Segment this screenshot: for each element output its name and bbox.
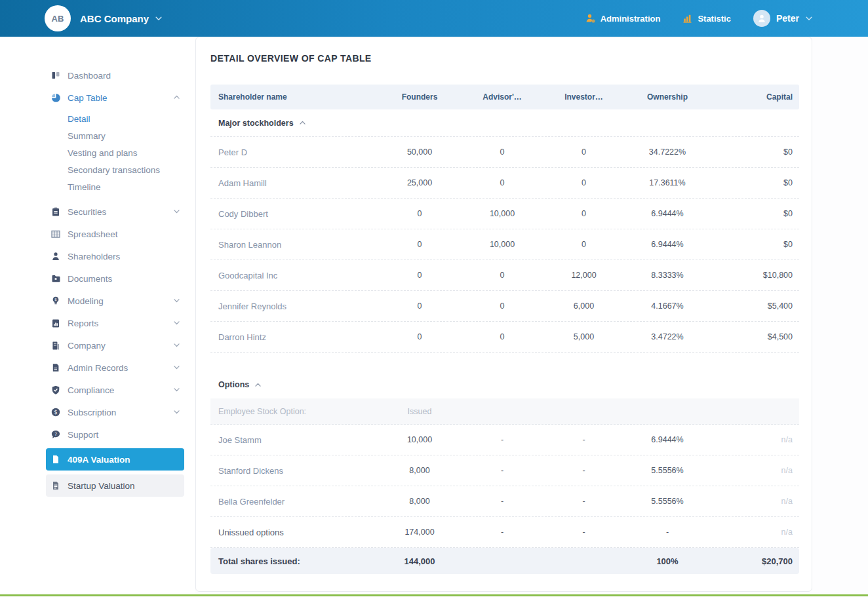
documents-icon bbox=[51, 274, 60, 283]
cell-value: $4,500 bbox=[710, 332, 799, 341]
column-header-2: Advisor'… bbox=[462, 92, 543, 102]
cell-value: 0 bbox=[462, 301, 543, 311]
sidebar-item-company[interactable]: Company bbox=[0, 334, 195, 356]
cell-value: 174,000 bbox=[378, 528, 462, 537]
cell-value: 0 bbox=[378, 209, 462, 218]
cell-value: n/a bbox=[710, 466, 799, 475]
table-row[interactable]: Jennifer Reynolds006,0004.1667%$5,400 bbox=[210, 291, 799, 322]
cell-value: $0 bbox=[710, 147, 799, 157]
shareholder-name[interactable]: Darron Hintz bbox=[210, 332, 378, 342]
section-toggle-major-stockholders[interactable]: Major stockholders bbox=[210, 109, 799, 137]
sidebar-item-label: Shareholders bbox=[68, 252, 120, 261]
sidebar-item-label: Securities bbox=[68, 207, 106, 217]
sidebar-item-cap-table[interactable]: Cap Table bbox=[0, 87, 195, 109]
sidebar-subitem-vesting-and-plans[interactable]: Vesting and plans bbox=[0, 144, 195, 161]
bottom-accent-bar bbox=[0, 594, 868, 596]
sidebar-item-label: Spreadsheet bbox=[68, 229, 118, 239]
main-content-card: DETAIL OVERVIEW OF CAP TABLE Shareholder… bbox=[195, 37, 812, 592]
shareholder-name[interactable]: Goodcapital Inc bbox=[210, 271, 378, 280]
sidebar-subitem-secondary-transactions[interactable]: Secondary transactions bbox=[0, 161, 195, 178]
cell-value: 8,000 bbox=[378, 466, 462, 475]
total-value-1: 144,000 bbox=[378, 556, 462, 566]
column-header-3: Investor… bbox=[543, 92, 625, 102]
shareholder-name[interactable]: Jennifer Reynolds bbox=[210, 301, 378, 311]
sidebar-item-compliance[interactable]: Compliance bbox=[0, 379, 195, 401]
cell-value: 0 bbox=[543, 147, 625, 157]
company-menu[interactable]: ABC Company bbox=[80, 13, 163, 24]
table-row[interactable]: Joe Stamm10,000--6.9444%n/a bbox=[210, 425, 799, 455]
support-icon: ? bbox=[51, 430, 60, 439]
sidebar-item-label: Company bbox=[68, 341, 106, 351]
sidebar-item-support[interactable]: ?Support bbox=[0, 423, 195, 446]
cell-value: - bbox=[625, 528, 710, 537]
subscription-icon: $ bbox=[51, 408, 60, 417]
cell-value: 0 bbox=[543, 240, 625, 249]
cell-value: $0 bbox=[710, 240, 799, 249]
sidebar-subitem-detail[interactable]: Detail bbox=[0, 110, 195, 127]
sidebar-item-subscription[interactable]: $Subscription bbox=[0, 401, 195, 423]
sidebar-item-modeling[interactable]: $Modeling bbox=[0, 290, 195, 312]
spreadsheet-icon bbox=[51, 229, 60, 239]
cell-value: - bbox=[543, 497, 625, 506]
table-row[interactable]: Sharon Leannon010,00006.9444%$0 bbox=[210, 229, 799, 260]
column-header-4: Ownership bbox=[625, 92, 710, 102]
shareholder-name[interactable]: Adam Hamill bbox=[210, 178, 378, 188]
sidebar-item-label: Support bbox=[68, 430, 98, 440]
cell-value: n/a bbox=[710, 497, 799, 506]
sidebar-item-409a-valuation[interactable]: 409A Valuation bbox=[46, 448, 184, 471]
administration-link[interactable]: Administration bbox=[585, 13, 661, 24]
table-row[interactable]: Darron Hintz005,0003.4722%$4,500 bbox=[210, 322, 799, 353]
table-row[interactable]: Adam Hamill25,0000017.3611%$0 bbox=[210, 168, 799, 199]
sidebar-item-documents[interactable]: Documents bbox=[0, 267, 195, 290]
table-row[interactable]: Goodcapital Inc0012,0008.3333%$10,800 bbox=[210, 260, 799, 291]
sidebar-item-label: Startup Valuation bbox=[68, 481, 135, 491]
table-total-row: Total shares issued:144,000100%$20,700 bbox=[210, 548, 799, 574]
cell-value: 12,000 bbox=[543, 271, 625, 280]
subheader-label: Employee Stock Option: bbox=[210, 407, 378, 416]
shareholder-name[interactable]: Stanford Dickens bbox=[210, 466, 378, 476]
svg-text:?: ? bbox=[54, 432, 57, 437]
sidebar-subitem-timeline[interactable]: Timeline bbox=[0, 178, 195, 195]
cell-value: 8,000 bbox=[378, 497, 462, 506]
sidebar-item-admin-records[interactable]: Admin Records bbox=[0, 356, 195, 379]
cap-table-icon bbox=[51, 93, 60, 102]
sidebar-item-shareholders[interactable]: Shareholders bbox=[0, 245, 195, 267]
shareholder-name[interactable]: Sharon Leannon bbox=[210, 240, 378, 250]
cell-value: - bbox=[462, 497, 543, 506]
sidebar-subgroup-cap-table: DetailSummaryVesting and plansSecondary … bbox=[0, 110, 195, 195]
statistic-link[interactable]: Statistic bbox=[682, 13, 731, 24]
shareholder-name[interactable]: Peter D bbox=[210, 147, 378, 157]
shareholder-name[interactable]: Joe Stamm bbox=[210, 435, 378, 445]
chevron-down-icon bbox=[155, 14, 163, 22]
section-title: Options bbox=[218, 380, 249, 389]
chevron-up-icon bbox=[299, 119, 306, 126]
cell-value: $0 bbox=[710, 178, 799, 187]
sidebar-item-label: Modeling bbox=[68, 296, 104, 306]
company-avatar[interactable]: AB bbox=[45, 5, 71, 31]
modeling-icon: $ bbox=[51, 296, 60, 305]
section-title: Major stockholders bbox=[218, 119, 294, 128]
sidebar-item-label: Dashboard bbox=[68, 71, 111, 81]
sidebar-item-label: Cap Table bbox=[68, 93, 108, 103]
table-row[interactable]: Stanford Dickens8,000--5.5556%n/a bbox=[210, 455, 799, 486]
shareholder-name[interactable]: Bella Greenfelder bbox=[210, 497, 378, 507]
cell-value: 6.9444% bbox=[625, 209, 710, 218]
sidebar-item-spreadsheet[interactable]: Spreadsheet bbox=[0, 223, 195, 245]
table-row[interactable]: Unissued options174,000---n/a bbox=[210, 517, 799, 548]
sidebar-item-startup-valuation[interactable]: Startup Valuation bbox=[46, 474, 184, 497]
table-row[interactable]: Cody Dibbert010,00006.9444%$0 bbox=[210, 199, 799, 229]
section-toggle-options[interactable]: Options bbox=[210, 371, 799, 398]
table-row[interactable]: Peter D50,0000034.7222%$0 bbox=[210, 137, 799, 168]
chevron-down-icon bbox=[173, 386, 180, 393]
shareholder-name[interactable]: Cody Dibbert bbox=[210, 209, 378, 219]
sidebar-item-dashboard[interactable]: Dashboard bbox=[0, 64, 195, 87]
shareholders-icon bbox=[51, 252, 60, 261]
table-row[interactable]: Bella Greenfelder8,000--5.5556%n/a bbox=[210, 486, 799, 517]
sidebar-item-reports[interactable]: Reports bbox=[0, 312, 195, 334]
sidebar-subitem-summary[interactable]: Summary bbox=[0, 127, 195, 144]
sidebar-item-securities[interactable]: Securities bbox=[0, 201, 195, 223]
chevron-down-icon bbox=[173, 364, 180, 371]
user-name-label: Peter bbox=[776, 13, 799, 24]
user-menu[interactable]: Peter bbox=[753, 10, 813, 27]
cell-value: 5,000 bbox=[543, 332, 625, 341]
